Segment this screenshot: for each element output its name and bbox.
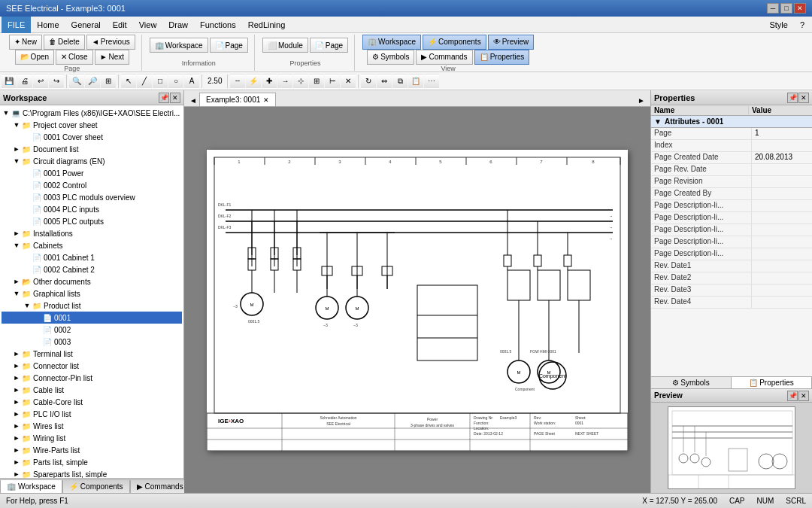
tree-item-p0001[interactable]: 📄 0001 Power [2, 167, 182, 179]
tb2-wire[interactable]: ╌ [230, 74, 245, 89]
tab-nav-prev[interactable]: ◄ [187, 94, 199, 106]
next-button[interactable]: ► Next [95, 50, 129, 65]
tb2-redo[interactable]: ↪ [49, 74, 64, 89]
tree-item-wiring[interactable]: ► 📁 Wiring list [2, 432, 182, 444]
menu-redlining[interactable]: RedLining [242, 17, 292, 33]
tree-item-prodlist[interactable]: ▼ 📁 Product list [2, 300, 182, 312]
diagram-tab-main[interactable]: Example3: 0001 ✕ [199, 93, 276, 106]
menu-home[interactable]: Home [31, 17, 65, 33]
tree-item-pl0001[interactable]: 📄 0001 [2, 312, 182, 324]
previous-button[interactable]: ◄ Previous [86, 35, 135, 50]
menu-file[interactable]: FILE [2, 17, 31, 33]
tab-components[interactable]: ⚡ Components [62, 479, 130, 493]
page-prop-button[interactable]: 📄 Page [310, 38, 348, 53]
tree-item-plcio[interactable]: ► 📁 PLC I/O list [2, 408, 182, 420]
menu-draw[interactable]: Draw [162, 17, 194, 33]
module-button[interactable]: ⬜ Module [262, 38, 308, 53]
props-row-desc3[interactable]: Page Description-li... [651, 224, 812, 236]
tree-item-p0005[interactable]: 📄 0005 PLC outputs [2, 215, 182, 227]
tree-item-circuit[interactable]: ▼ 📁 Circuit diagrams (EN) [2, 155, 182, 167]
menu-general[interactable]: General [65, 17, 107, 33]
tb2-cross[interactable]: ✚ [262, 74, 277, 89]
tb2-grid[interactable]: ⊞ [309, 74, 324, 89]
tab-symbols[interactable]: ⚙ Symbols [651, 377, 732, 388]
tb2-del[interactable]: ✕ [341, 74, 356, 89]
props-row-created-date[interactable]: Page Created Date 20.08.2013 [651, 152, 812, 164]
expand-other[interactable]: ► [12, 277, 21, 286]
minimize-button[interactable]: ─ [767, 3, 779, 14]
page-info-button[interactable]: 📄 Page [210, 38, 248, 53]
tb2-paste[interactable]: 📋 [408, 74, 423, 89]
properties-view-button[interactable]: 📋 Properties [474, 50, 530, 65]
expand-doclist[interactable]: ► [12, 144, 21, 154]
tb2-snap[interactable]: ⊹ [293, 74, 308, 89]
tree-item-cover[interactable]: 📄 0001 Cover sheet [2, 131, 182, 143]
tab-nav-next[interactable]: ► [635, 94, 647, 106]
menu-view[interactable]: View [133, 17, 163, 33]
props-row-desc4[interactable]: Page Description-li... [651, 236, 812, 248]
expand-termlist[interactable]: ► [12, 349, 21, 358]
tree-item-pl0003[interactable]: 📄 0003 [2, 336, 182, 348]
expand-project[interactable]: ▼ [12, 120, 21, 129]
tb2-ortho[interactable]: ⊢ [325, 74, 340, 89]
props-close-button[interactable]: ✕ [798, 93, 809, 103]
tb2-undo[interactable]: ↩ [33, 74, 48, 89]
tree-item-cab1[interactable]: 📄 0001 Cabinet 1 [2, 251, 182, 263]
props-row-index[interactable]: Index [651, 140, 812, 152]
tree-item-partsimple[interactable]: ► 📁 Parts list, simple [2, 456, 182, 468]
props-row-created-by[interactable]: Page Created By [651, 188, 812, 200]
props-row-revdate4[interactable]: Rev. Date4 [651, 297, 812, 309]
tb2-text[interactable]: A [184, 74, 199, 89]
tb2-print[interactable]: 🖨 [17, 74, 32, 89]
tb2-zoom-out[interactable]: 🔎 [85, 74, 100, 89]
preview-pin-button[interactable]: 📌 [787, 391, 798, 401]
props-row-desc1[interactable]: Page Description-li... [651, 200, 812, 212]
tb2-arrow[interactable]: → [277, 74, 292, 89]
diagram-canvas[interactable]: 1 2 3 4 5 6 7 8 DKL-F1 DKL-F2 DKL [184, 107, 650, 493]
tab-commands[interactable]: ▶ Commands [130, 479, 190, 493]
tb2-component[interactable]: ⚡ [246, 74, 261, 89]
menu-edit[interactable]: Edit [107, 17, 133, 33]
preview-close-button[interactable]: ✕ [798, 391, 809, 401]
tb2-mirror[interactable]: ⇔ [377, 74, 392, 89]
open-button[interactable]: 📂 Open [15, 50, 54, 65]
expand-cabinets[interactable]: ▼ [12, 241, 21, 250]
props-row-revdate2[interactable]: Rev. Date2 [651, 272, 812, 284]
tree-item-connlist[interactable]: ► 📁 Connector list [2, 360, 182, 372]
tb2-more[interactable]: ⋯ [424, 74, 439, 89]
menu-style[interactable]: Style [763, 17, 793, 33]
tree-item-p0002[interactable]: 📄 0002 Control [2, 179, 182, 191]
expand-prodlist[interactable]: ▼ [23, 301, 32, 310]
tree-item-cable[interactable]: ► 📁 Cable list [2, 384, 182, 396]
props-row-rev-date[interactable]: Page Rev. Date [651, 164, 812, 176]
tb2-zoom-in[interactable]: 🔍 [69, 74, 84, 89]
expand-install[interactable]: ► [12, 229, 21, 238]
tree-item-doclist[interactable]: ► 📁 Document list [2, 143, 182, 155]
menu-help[interactable]: ? [794, 17, 810, 33]
tree-item-termlist[interactable]: ► 📁 Terminal list [2, 348, 182, 360]
props-pin-button[interactable]: 📌 [787, 93, 798, 103]
close-button[interactable]: ✕ [794, 3, 806, 14]
tree-item-project[interactable]: ▼ 📁 Project cover sheet [2, 119, 182, 131]
tab-workspace[interactable]: 🏢 Workspace [0, 479, 62, 493]
tb2-save[interactable]: 💾 [2, 74, 17, 89]
tree-item-graphical[interactable]: ▼ 📁 Graphical lists [2, 287, 182, 300]
tree-item-wireparts[interactable]: ► 📁 Wire-Parts list [2, 444, 182, 456]
workspace-info-button[interactable]: 🏢 Workspace [150, 38, 208, 53]
tree-item-other[interactable]: ► 📂 Other documents [2, 275, 182, 287]
tree-item-connpin[interactable]: ► 📁 Connector-Pin list [2, 372, 182, 384]
components-button[interactable]: ⚡ Components [423, 35, 486, 50]
workspace-close-button[interactable]: ✕ [170, 93, 180, 103]
workspace-view-button[interactable]: 🏢 Workspace [362, 35, 421, 50]
props-row-revdate1[interactable]: Rev. Date1 [651, 260, 812, 272]
tree-item-pl0002[interactable]: 📄 0002 [2, 324, 182, 336]
tree-item-cablecore[interactable]: ► 📁 Cable-Core list [2, 396, 182, 408]
expand-root[interactable]: ▼ [2, 108, 11, 117]
close-page-button[interactable]: ✕ Close [56, 50, 93, 65]
maximize-button[interactable]: □ [780, 3, 792, 14]
props-row-desc5[interactable]: Page Description-li... [651, 248, 812, 260]
expand-graphical[interactable]: ▼ [12, 289, 21, 298]
tree-item-cabinets[interactable]: ▼ 📁 Cabinets [2, 239, 182, 251]
tree-item-p0003[interactable]: 📄 0003 PLC moduls overview [2, 191, 182, 203]
tree-item-wires[interactable]: ► 📁 Wires list [2, 420, 182, 432]
